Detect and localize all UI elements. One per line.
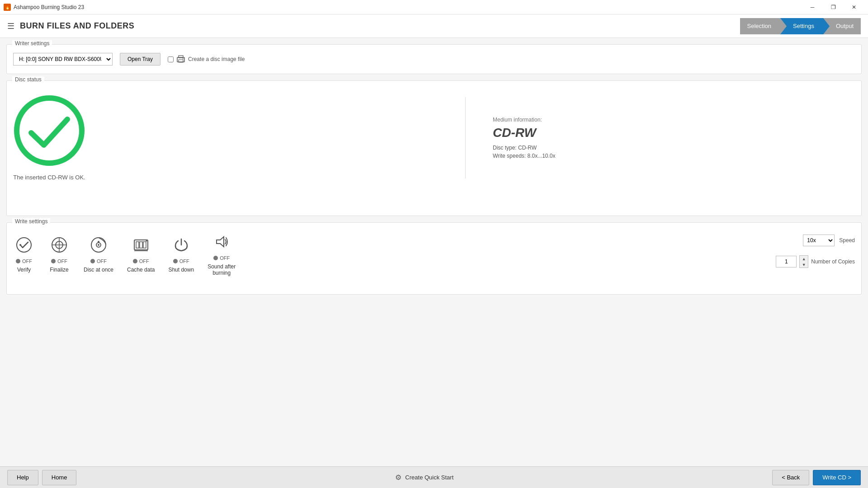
disc-at-once-icon: [88, 234, 109, 256]
svg-point-20: [146, 240, 147, 242]
help-button[interactable]: Help: [7, 470, 38, 485]
disc-image-text: Create a disc image file: [188, 56, 245, 62]
writer-settings-title: Writer settings: [12, 40, 52, 47]
close-button[interactable]: ✕: [844, 0, 864, 14]
svg-point-14: [98, 241, 99, 243]
medium-info-label: Medium information:: [493, 117, 556, 123]
app-title: Ashampoo Burning Studio 23: [14, 4, 84, 10]
cache-data-option[interactable]: OFF Cache data: [127, 234, 155, 273]
verify-toggle-label: OFF: [22, 258, 32, 264]
disc-at-once-option[interactable]: OFF Disc at once: [84, 234, 113, 273]
bottom-left: Help Home: [7, 470, 76, 485]
disc-image-label[interactable]: Create a disc image file: [168, 55, 245, 63]
cache-data-toggle-label: OFF: [139, 258, 149, 264]
header: ☰ BURN FILES AND FOLDERS Selection Setti…: [0, 14, 868, 38]
sound-after-burning-option[interactable]: OFF Sound afterburning: [208, 231, 236, 276]
speed-select[interactable]: 10x Max 1x 2x 4x 8x: [803, 235, 835, 246]
copies-up-button[interactable]: ▲: [800, 256, 808, 262]
page-title: BURN FILES AND FOLDERS: [20, 21, 134, 31]
nav-step-settings-label: Settings: [793, 23, 814, 29]
menu-icon[interactable]: ☰: [7, 21, 14, 31]
finalize-toggle-label: OFF: [57, 258, 67, 264]
disc-status-panel: Disc status The inserted CD-RW is OK. Me…: [6, 80, 862, 216]
svg-rect-16: [136, 242, 139, 248]
nav-step-selection-label: Selection: [747, 23, 771, 29]
home-button[interactable]: Home: [42, 470, 77, 485]
cache-data-icon: [130, 234, 152, 256]
verify-label: Verify: [17, 267, 31, 273]
disc-ok-text: The inserted CD-RW is OK.: [13, 174, 85, 181]
restore-button[interactable]: ❐: [823, 0, 844, 14]
quick-start-label[interactable]: Create Quick Start: [405, 474, 453, 481]
disc-at-once-toggle-label: OFF: [97, 258, 107, 264]
cache-data-label: Cache data: [127, 267, 155, 273]
write-settings-panel: Write settings OFF: [6, 222, 862, 295]
copies-input[interactable]: [776, 256, 797, 267]
shut-down-toggle[interactable]: OFF: [173, 258, 189, 264]
quick-start-icon: ⚙: [395, 473, 401, 482]
nav-step-selection[interactable]: Selection: [740, 18, 780, 34]
speed-label: Speed: [839, 237, 855, 244]
disc-at-once-label: Disc at once: [84, 267, 113, 273]
cache-data-toggle[interactable]: OFF: [133, 258, 149, 264]
shut-down-toggle-label: OFF: [179, 258, 189, 264]
disc-at-once-toggle[interactable]: OFF: [90, 258, 107, 264]
app-icon: 🔥: [4, 4, 11, 11]
svg-point-4: [17, 98, 82, 163]
medium-type: CD-RW: [493, 126, 556, 140]
svg-point-5: [17, 238, 31, 252]
printer-icon: [176, 55, 185, 63]
write-right: 10x Max 1x 2x 4x 8x Speed ▲ ▼ Numb: [755, 231, 855, 268]
disc-check-area: The inserted CD-RW is OK.: [13, 94, 85, 181]
sound-icon: [211, 231, 232, 253]
bottom-center: ⚙ Create Quick Start: [395, 473, 453, 482]
finalize-icon: [48, 234, 70, 256]
sound-toggle-label: OFF: [220, 255, 230, 261]
titlebar-controls: ─ ❐ ✕: [802, 0, 864, 14]
bottom-bar: Help Home ⚙ Create Quick Start < Back Wr…: [0, 466, 868, 488]
finalize-option[interactable]: OFF Finalize: [48, 234, 70, 273]
header-left: ☰ BURN FILES AND FOLDERS: [7, 21, 134, 31]
disc-type-line: Disc type: CD-RW: [493, 145, 556, 151]
titlebar-left: 🔥 Ashampoo Burning Studio 23: [4, 4, 84, 11]
medium-info: Medium information: CD-RW Disc type: CD-…: [484, 117, 556, 159]
svg-point-3: [183, 58, 184, 59]
disc-divider: [465, 97, 466, 178]
copies-label: Number of Copies: [811, 258, 855, 265]
write-cd-button[interactable]: Write CD >: [813, 470, 861, 485]
svg-point-6: [19, 244, 21, 246]
finalize-label: Finalize: [50, 267, 68, 273]
titlebar: 🔥 Ashampoo Burning Studio 23 ─ ❐ ✕: [0, 0, 868, 14]
nav-steps: Selection Settings Output: [740, 18, 861, 34]
disc-image-checkbox[interactable]: [168, 56, 174, 62]
svg-rect-17: [140, 242, 142, 248]
finalize-toggle[interactable]: OFF: [51, 258, 67, 264]
verify-toggle[interactable]: OFF: [16, 258, 32, 264]
sound-toggle[interactable]: OFF: [213, 255, 230, 261]
svg-marker-21: [217, 237, 224, 247]
shut-down-option[interactable]: OFF Shut down: [168, 234, 194, 273]
copies-down-button[interactable]: ▼: [800, 262, 808, 267]
main-content: Writer settings H: [0:0] SONY BD RW BDX-…: [0, 38, 868, 466]
nav-step-settings[interactable]: Settings: [780, 18, 823, 34]
sound-label: Sound afterburning: [208, 263, 236, 276]
verify-icon: [13, 234, 35, 256]
drive-select[interactable]: H: [0:0] SONY BD RW BDX-S600U: [13, 53, 113, 66]
svg-rect-18: [143, 242, 146, 248]
copies-spinner[interactable]: ▲ ▼: [799, 255, 808, 268]
writer-settings-panel: Writer settings H: [0:0] SONY BD RW BDX-…: [6, 44, 862, 74]
write-settings-title: Write settings: [12, 218, 50, 225]
svg-point-13: [98, 244, 99, 246]
disc-ok-icon: [13, 94, 85, 167]
verify-option[interactable]: OFF Verify: [13, 234, 35, 273]
shut-down-icon: [170, 234, 192, 256]
shut-down-label: Shut down: [168, 267, 194, 273]
bottom-right: < Back Write CD >: [772, 470, 861, 485]
speed-row: 10x Max 1x 2x 4x 8x Speed: [803, 235, 855, 246]
open-tray-button[interactable]: Open Tray: [120, 53, 160, 66]
minimize-button[interactable]: ─: [802, 0, 823, 14]
write-speed-line: Write speeds: 8.0x...10.0x: [493, 153, 556, 159]
copies-row: ▲ ▼ Number of Copies: [776, 255, 855, 268]
write-options: OFF Verify: [13, 231, 755, 276]
back-button[interactable]: < Back: [772, 470, 809, 485]
